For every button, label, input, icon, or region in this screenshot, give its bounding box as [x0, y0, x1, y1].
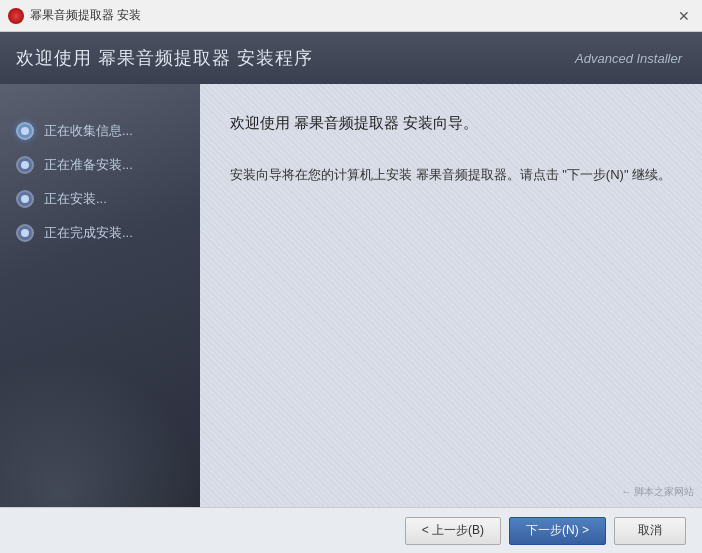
title-bar-left: 幂果音频提取器 安装 [8, 7, 141, 24]
step-label-install: 正在安装... [44, 190, 107, 208]
sidebar-step-collect: 正在收集信息... [0, 114, 200, 148]
header-band: 欢迎使用 幂果音频提取器 安装程序 Advanced Installer [0, 32, 702, 84]
welcome-title: 欢迎使用 幂果音频提取器 安装向导。 [230, 114, 672, 133]
sidebar-step-prepare: 正在准备安装... [0, 148, 200, 182]
content-inner: 欢迎使用 幂果音频提取器 安装向导。 安装向导将在您的计算机上安装 幂果音频提取… [230, 114, 672, 186]
sidebar-step-complete: 正在完成安装... [0, 216, 200, 250]
step-label-collect: 正在收集信息... [44, 122, 133, 140]
title-bar-text: 幂果音频提取器 安装 [30, 7, 141, 24]
close-button[interactable]: ✕ [674, 6, 694, 26]
footer-bar: < 上一步(B) 下一步(N) > 取消 [0, 507, 702, 553]
content-panel: 欢迎使用 幂果音频提取器 安装向导。 安装向导将在您的计算机上安装 幂果音频提取… [200, 84, 702, 507]
app-icon [8, 8, 24, 24]
step-indicator-install [16, 190, 34, 208]
step-indicator-complete [16, 224, 34, 242]
step-indicator-inner-2 [21, 161, 29, 169]
main-area: 正在收集信息... 正在准备安装... 正在安装... 正在完成安装... 欢迎… [0, 84, 702, 507]
watermark: ← 脚本之家网站 [621, 485, 694, 499]
header-brand: Advanced Installer [575, 51, 682, 66]
sidebar: 正在收集信息... 正在准备安装... 正在安装... 正在完成安装... [0, 84, 200, 507]
step-label-prepare: 正在准备安装... [44, 156, 133, 174]
step-indicator-prepare [16, 156, 34, 174]
title-bar: 幂果音频提取器 安装 ✕ [0, 0, 702, 32]
step-indicator-inner-3 [21, 195, 29, 203]
step-indicator-collect [16, 122, 34, 140]
step-indicator-inner [21, 127, 29, 135]
next-button[interactable]: 下一步(N) > [509, 517, 606, 545]
step-label-complete: 正在完成安装... [44, 224, 133, 242]
step-indicator-inner-4 [21, 229, 29, 237]
content-description: 安装向导将在您的计算机上安装 幂果音频提取器。请点击 "下一步(N)" 继续。 [230, 163, 672, 186]
back-button[interactable]: < 上一步(B) [405, 517, 501, 545]
cancel-button[interactable]: 取消 [614, 517, 686, 545]
sidebar-step-install: 正在安装... [0, 182, 200, 216]
header-title: 欢迎使用 幂果音频提取器 安装程序 [16, 46, 313, 70]
